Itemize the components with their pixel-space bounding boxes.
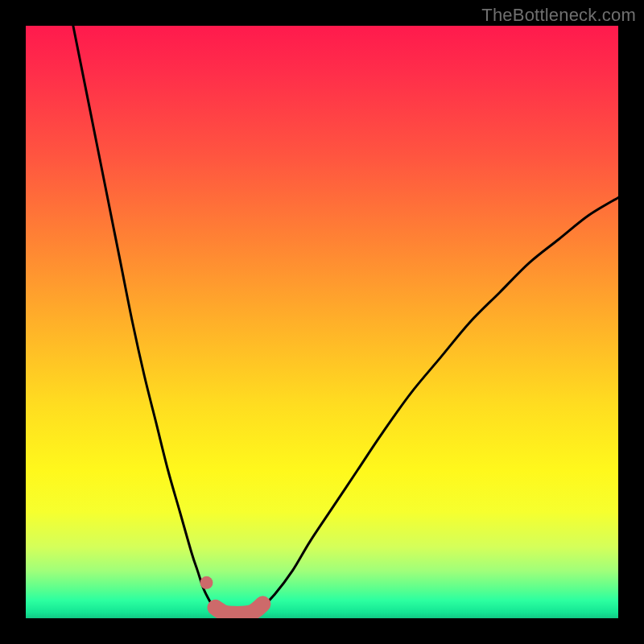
left-branch-curve xyxy=(73,26,221,613)
right-branch-curve xyxy=(251,197,618,613)
valley-marker-dot xyxy=(200,576,213,589)
valley-marker-stroke xyxy=(216,604,263,614)
plot-area xyxy=(26,26,618,618)
curve-overlay xyxy=(26,26,618,618)
watermark-text: TheBottleneck.com xyxy=(481,5,636,26)
outer-frame: TheBottleneck.com xyxy=(0,0,644,644)
